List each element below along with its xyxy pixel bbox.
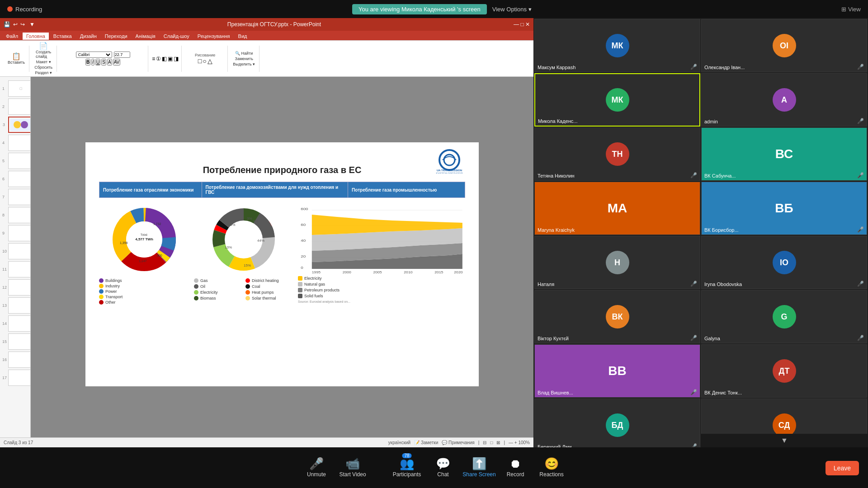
unmute-button[interactable]: 🎤 Unmute <box>298 450 335 486</box>
slide-thumb-1[interactable]: 1▢ <box>8 80 31 97</box>
tab-review[interactable]: Рецензування <box>193 32 234 40</box>
svg-text:1,732: 1,732 <box>153 222 161 225</box>
bold-button[interactable]: B <box>85 59 90 66</box>
spacing-button[interactable]: AV <box>113 59 121 66</box>
participant-avatar: ОІ <box>773 34 796 57</box>
main-area: 💾 ↩ ↪ ▼ Презентація ОГТСУ.pptx - PowerPo… <box>0 18 533 447</box>
replace-button[interactable]: Заменить <box>233 56 254 61</box>
view-normal[interactable]: ⊟ <box>483 440 486 445</box>
bottom-toolbar: 🎤 Unmute 📹 Start Video 👥 78 Participants… <box>0 447 868 488</box>
slide-thumb-5[interactable]: 5 <box>8 153 31 169</box>
view-reading[interactable]: ⊠ <box>496 440 500 445</box>
participants-panel: МК Максум Карраsh 🎤 ОІ Олександр Іван...… <box>533 18 868 447</box>
leave-button[interactable]: Leave <box>826 461 859 475</box>
slide-thumb-10[interactable]: 10 <box>8 243 31 259</box>
align-right-button[interactable]: ◨ <box>174 56 179 62</box>
svg-text:Total:: Total: <box>141 233 148 236</box>
share-screen-label: Share Screen <box>462 471 495 478</box>
slide-thumb-6[interactable]: 6 <box>8 171 31 187</box>
view-slide[interactable]: □ <box>490 440 493 445</box>
view-button[interactable]: ⊞ View <box>841 6 861 13</box>
start-video-button[interactable]: 📹 Start Video <box>335 450 371 486</box>
slide-thumb-13[interactable]: 13 <box>8 297 31 314</box>
underline-button[interactable]: U <box>95 59 100 66</box>
charts-row: Total: 4,577 TWh 1,732 300 1,358 1,147 <box>99 203 465 305</box>
tab-design[interactable]: Дизайн <box>76 32 101 40</box>
number-list-button[interactable]: ① <box>156 56 161 62</box>
panel-scroll-arrow[interactable]: ▼ <box>701 434 868 447</box>
ribbon-group-font: Calibri B I U S A AV <box>58 46 148 72</box>
comments-button[interactable]: 💬 Примечания <box>442 440 475 445</box>
slide-thumb-4[interactable]: 4 <box>8 135 31 151</box>
svg-text:40: 40 <box>301 239 306 243</box>
participant-name: ВК Борисбор... <box>704 227 739 233</box>
tab-home[interactable]: Головна <box>22 32 49 40</box>
mic-muted-icon: 🎤 <box>857 281 864 287</box>
svg-text:20: 20 <box>301 254 306 258</box>
slide-thumb-14[interactable]: 14 <box>8 315 31 332</box>
legend-2: Gas District heating Oil Coal Electricit… <box>194 278 293 301</box>
share-screen-button[interactable]: ⬆️ Share Screen <box>461 450 497 486</box>
slide-thumb-15[interactable]: 15 <box>8 333 31 350</box>
reactions-button[interactable]: 😊 Reactions <box>533 450 570 486</box>
italic-button[interactable]: I <box>91 59 94 66</box>
bullet-list-button[interactable]: ≡ <box>152 56 155 62</box>
participant-name: ВК Денис Тонк... <box>704 390 742 395</box>
slide-thumb-12[interactable]: 12 <box>8 279 31 296</box>
slide-thumb-8[interactable]: 8 <box>8 207 31 223</box>
shape-oval[interactable]: ○ <box>203 57 206 65</box>
participant-card: ТН Тетяна Николин 🎤 <box>534 127 700 181</box>
align-center-button[interactable]: ▣ <box>168 56 173 62</box>
participant-name: Maryna Kraichyk <box>538 227 575 233</box>
view-options-button[interactable]: View Options ▾ <box>492 6 532 13</box>
align-left-button[interactable]: ◧ <box>162 56 167 62</box>
start-video-label: Start Video <box>339 471 366 478</box>
shadow-button[interactable]: A <box>107 59 112 66</box>
slide-thumb-17[interactable]: 17 <box>8 370 31 386</box>
font-family-select[interactable]: Calibri <box>76 52 112 58</box>
shape-arrow[interactable]: △ <box>208 57 212 65</box>
participant-name: ВК Сабунча... <box>704 173 736 178</box>
tab-animations[interactable]: Анімація <box>132 32 160 40</box>
participants-button[interactable]: 👥 78 Participants <box>389 450 425 486</box>
new-slide-button[interactable]: 📄 Создатьслайд <box>34 42 52 59</box>
svg-text:2005: 2005 <box>373 271 382 273</box>
paste-button[interactable]: 📋 Вставить <box>6 52 26 65</box>
tab-insert[interactable]: Вставка <box>49 32 76 40</box>
slide-count: Слайд 3 из 17 <box>4 440 33 445</box>
reset-button[interactable]: Сбросить <box>33 65 54 70</box>
participant-photo: МА <box>535 182 700 235</box>
record-button[interactable]: ⏺ Record <box>497 450 533 486</box>
participant-card: IO Iryna Obodovska 🎤 <box>701 236 867 289</box>
participants-count-badge: 78 <box>402 453 411 458</box>
mic-muted-icon: 🎤 <box>690 443 697 447</box>
strikethrough-button[interactable]: S <box>101 59 106 66</box>
tab-transitions[interactable]: Переходи <box>101 32 132 40</box>
find-button[interactable]: 🔍 Найти <box>234 51 254 56</box>
tab-view[interactable]: Вид <box>234 32 251 40</box>
recording-label: Recording <box>15 6 42 13</box>
font-size-input[interactable] <box>114 52 130 58</box>
shape-rect[interactable]: □ <box>198 57 202 65</box>
slide-thumb-16[interactable]: 16 <box>8 352 31 368</box>
slide-thumb-3[interactable]: 3 <box>8 117 31 133</box>
layout-button[interactable]: Макет ▾ <box>35 59 52 65</box>
slide-main-title: Потребление природного газа в ЕС <box>99 165 465 175</box>
slide-thumb-9[interactable]: 9 <box>8 225 31 241</box>
tab-file[interactable]: Файл <box>2 32 22 40</box>
scroll-down-icon: ▼ <box>781 436 788 445</box>
participant-name: Максум Карраsh <box>538 65 576 70</box>
ppt-statusbar: Слайд 3 из 17 українский 📝 Заметки 💬 При… <box>0 437 533 447</box>
section-button[interactable]: Раздел ▾ <box>34 70 53 75</box>
slide-thumb-2[interactable]: 2 <box>8 99 31 115</box>
slide-thumb-11[interactable]: 11 <box>8 261 31 277</box>
mic-muted-icon: 🎤 <box>857 118 864 124</box>
participant-avatar: G <box>773 305 796 328</box>
chat-button[interactable]: 💬 Chat <box>425 450 461 486</box>
select-button[interactable]: Выделить ▾ <box>231 61 256 67</box>
tab-slideshow[interactable]: Слайд-шоу <box>160 32 193 40</box>
svg-point-2 <box>439 150 459 170</box>
col3-header: Потребление газа промышленностью <box>348 182 465 198</box>
notes-button[interactable]: 📝 Заметки <box>414 440 438 445</box>
slide-thumb-7[interactable]: 7 <box>8 189 31 205</box>
